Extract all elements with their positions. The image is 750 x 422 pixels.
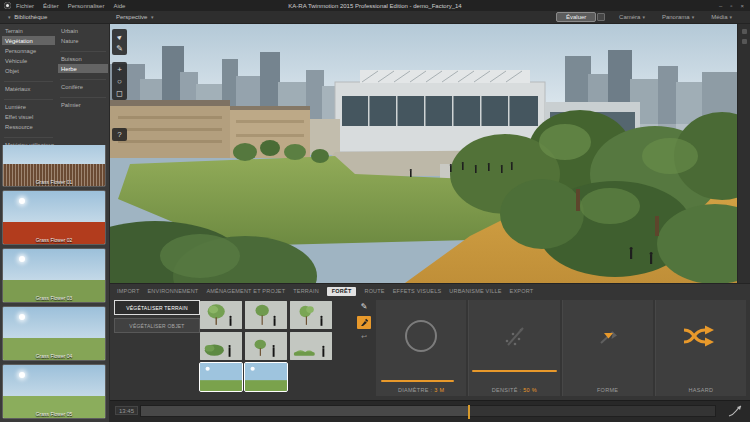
move-tool-icon[interactable]: + (112, 63, 127, 75)
menu-fichier[interactable]: Fichier (16, 3, 34, 9)
veg-thumbnail-grass-6[interactable] (290, 332, 332, 360)
tab-amenagement-et-projet[interactable]: AMÉNAGEMENT ET PROJET (206, 288, 285, 294)
tab-export[interactable]: EXPORT (510, 288, 534, 294)
scale-tool-icon[interactable]: ◻ (112, 87, 127, 99)
param-value: 50 % (523, 387, 537, 393)
sidebar-subitem-conifere[interactable]: Conifère (58, 82, 108, 91)
sidebar-subitem-nature[interactable]: Nature (58, 36, 108, 45)
veg-thumbnail-field-8[interactable] (245, 363, 287, 391)
mode-vegetaliser-objet[interactable]: VÉGÉTALISER OBJET (114, 318, 200, 333)
dropdown-camera[interactable]: Caméra▾ (619, 14, 647, 20)
shuffle-icon (679, 324, 723, 348)
undo-tool[interactable]: ↩ (357, 332, 371, 342)
veg-thumbnail-field-7[interactable] (200, 363, 242, 391)
param-slider-diametre[interactable] (381, 380, 453, 383)
sun-path-curve-icon[interactable] (728, 405, 742, 417)
veg-thumbnail-tree-2-2[interactable] (245, 301, 287, 329)
preset-grass-flower-01[interactable]: Grass Flower 01 (2, 145, 106, 187)
sidebar-item-lumiere[interactable]: Lumière (2, 102, 55, 111)
veg-thumbnail-tree-3-3[interactable] (290, 301, 332, 329)
tab-urbanisme-ville[interactable]: URBANISME VILLE (449, 288, 501, 294)
tab-terrain[interactable]: TERRAIN (293, 288, 319, 294)
panel-handle-icon[interactable] (742, 39, 747, 44)
preset-caption: Grass Flower 04 (3, 353, 105, 359)
preset-grass-flower-02[interactable]: Grass Flower 02 (2, 190, 106, 245)
library-panel-toggle[interactable]: ▾ Bibliothèque (6, 14, 47, 20)
panel-handle-icon[interactable] (742, 29, 747, 34)
veg-thumbnail-image (200, 363, 242, 391)
sidebar-subitem-buisson[interactable]: Buisson (58, 54, 108, 63)
preset-grass-flower-03[interactable]: Grass Flower 03 (2, 248, 106, 303)
tab-environnement[interactable]: ENVIRONNEMENT (148, 288, 199, 294)
param-label-diametre: DIAMÈTRE : 3 M (376, 387, 466, 393)
tab-foret[interactable]: FORÊT (327, 287, 357, 296)
tab-effets-visuels[interactable]: EFFETS VISUELS (393, 288, 442, 294)
transform-tools-group: + ○ ◻ (112, 62, 127, 100)
preset-list: Grass Flower 01 Grass Flower 02 Grass Fl… (2, 145, 106, 422)
menu-personnaliser[interactable]: Personnaliser (68, 3, 105, 9)
paint-brush-icon: ✎ (361, 302, 368, 311)
sidebar-item-objet[interactable]: Objet (2, 66, 55, 75)
view-mode-label: Perspective (116, 14, 147, 20)
chevron-down-icon: ▾ (151, 14, 154, 20)
menu-editer[interactable]: Éditer (43, 3, 59, 9)
undo-icon: ↩ (361, 333, 367, 341)
sidebar-item-vehicule[interactable]: Véhicule (2, 56, 55, 65)
mode-vegetaliser-terrain[interactable]: VÉGÉTALISER TERRAIN (114, 300, 200, 315)
dropdown-panorama[interactable]: Panorama▾ (662, 14, 696, 20)
minimize-icon[interactable]: – (719, 3, 722, 9)
help-button[interactable]: ? (112, 128, 127, 141)
sidebar-item-vegetation[interactable]: Végétation (2, 36, 55, 45)
eyedropper-tool[interactable] (357, 316, 371, 329)
eyedropper-icon (360, 318, 369, 327)
maximize-icon[interactable]: ▫ (730, 3, 732, 9)
close-icon[interactable]: × (740, 3, 744, 9)
divider (60, 92, 106, 98)
evaluate-button[interactable]: Évaluer (556, 12, 596, 22)
paint-tool-icon[interactable]: ✎ (112, 42, 127, 54)
time-slider-thumb[interactable] (468, 405, 470, 419)
sidebar-item-ressource[interactable]: Ressource (2, 122, 55, 131)
paint-brush-tool[interactable]: ✎ (357, 300, 371, 313)
diameter-circle-icon (405, 320, 437, 352)
tab-import[interactable]: IMPORT (117, 288, 140, 294)
sidebar-subitem-urbain[interactable]: Urbain (58, 26, 108, 35)
viewport-3d-scene[interactable] (110, 24, 737, 283)
sidebar-item-materiaux[interactable]: Matériaux (2, 84, 55, 93)
sidebar-subitem-herbe[interactable]: Herbe (58, 64, 108, 73)
chevron-down-icon: ▾ (692, 14, 695, 20)
workflow-tabs: IMPORTENVIRONNEMENTAMÉNAGEMENT ET PROJET… (117, 285, 533, 297)
param-densite[interactable]: DENSITÉ : 50 % (468, 300, 559, 396)
param-diametre[interactable]: DIAMÈTRE : 3 M (376, 300, 466, 396)
time-slider-fill (141, 406, 468, 416)
veg-thumbnail-image (200, 301, 242, 329)
sidebar-item-personnage[interactable]: Personnage (2, 46, 55, 55)
veg-thumbnail-tree-1-1[interactable] (200, 301, 242, 329)
dropdown-media[interactable]: Média▾ (711, 14, 734, 20)
preset-caption: Grass Flower 01 (3, 179, 105, 185)
evaluate-settings-icon[interactable] (597, 13, 605, 21)
menu-aide[interactable]: Aide (113, 3, 125, 9)
viewport-toolbar: ► ✎ + ○ ◻ ? (112, 29, 127, 141)
param-value: 3 M (434, 387, 444, 393)
sidebar-item-terrain[interactable]: Terrain (2, 26, 55, 35)
veg-thumbnail-image (245, 363, 287, 391)
viewport-3d[interactable]: ► ✎ + ○ ◻ ? (110, 24, 737, 283)
select-cursor-icon[interactable]: ► (112, 30, 127, 42)
brush-tool-strip: ✎↩ (357, 300, 371, 345)
time-slider-track[interactable] (140, 405, 716, 417)
view-mode-dropdown[interactable]: Perspective ▾ (116, 14, 156, 20)
right-panel-strip (737, 24, 750, 283)
param-slider-densite[interactable] (472, 370, 557, 373)
sidebar-item-effet-visuel[interactable]: Effet visuel (2, 112, 55, 121)
veg-thumbnail-bush-4[interactable] (200, 332, 242, 360)
preset-grass-flower-04[interactable]: Grass Flower 04 (2, 306, 106, 361)
param-hasard[interactable]: HASARD (655, 300, 746, 396)
veg-thumbnail-tree-small-5[interactable] (245, 332, 287, 360)
tab-route[interactable]: ROUTE (364, 288, 384, 294)
rotate-tool-icon[interactable]: ○ (112, 75, 127, 87)
param-forme[interactable]: FORME (562, 300, 653, 396)
veg-thumbnail-image (290, 332, 332, 360)
sidebar-subitem-palmier[interactable]: Palmier (58, 100, 108, 109)
preset-grass-flower-05[interactable]: Grass Flower 05 (2, 364, 106, 419)
